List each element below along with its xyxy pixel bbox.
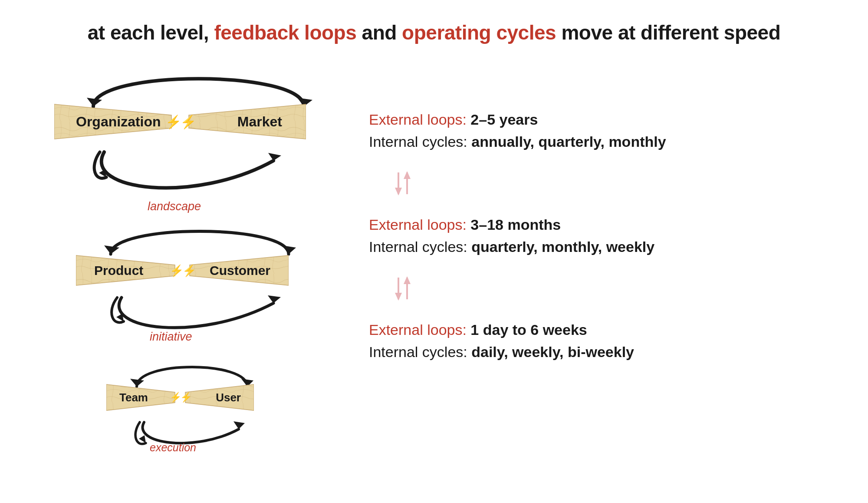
- svg-marker-3: [99, 169, 106, 177]
- info-line-2b: Internal cycles: quarterly, monthly, wee…: [369, 236, 838, 258]
- int-label-3: Internal cycles:: [369, 344, 471, 360]
- svg-marker-26: [395, 293, 402, 301]
- title-highlight1: feedback loops: [214, 21, 356, 44]
- title-suffix: move at different speed: [556, 21, 780, 44]
- lightning-team: ⚡⚡: [170, 392, 191, 403]
- title-middle: and: [356, 21, 402, 44]
- info-line-1a: External loops: 2–5 years: [369, 109, 838, 131]
- info-panel: External loops: 2–5 years Internal cycle…: [369, 61, 838, 363]
- vert-arrow-2: [386, 271, 421, 306]
- ext-label-3: External loops:: [369, 321, 470, 338]
- team-user-bowtie: Team User ⚡⚡: [106, 378, 254, 417]
- svg-marker-22: [395, 188, 402, 195]
- team-label: Team: [119, 391, 148, 404]
- market-label: Market: [237, 114, 282, 130]
- customer-label: Customer: [210, 263, 270, 278]
- arrow-between-2: [386, 271, 838, 306]
- info-line-3b: Internal cycles: daily, weekly, bi-weekl…: [369, 341, 838, 363]
- team-row: Team User ⚡⚡: [106, 378, 254, 417]
- arrow-between-1: [386, 166, 838, 201]
- int-value-2: quarterly, monthly, weekly: [471, 238, 654, 255]
- ext-value-2: 3–18 months: [470, 216, 561, 233]
- ext-label-1: External loops:: [369, 111, 470, 128]
- title-highlight2: operating cycles: [402, 21, 556, 44]
- ext-value-1: 2–5 years: [470, 111, 538, 128]
- lightning-product: ⚡⚡: [170, 264, 195, 277]
- info-line-3a: External loops: 1 day to 6 weeks: [369, 319, 838, 341]
- ext-value-3: 1 day to 6 weeks: [470, 321, 587, 338]
- info-line-1b: Internal cycles: annually, quarterly, mo…: [369, 131, 838, 153]
- ext-label-2: External loops:: [369, 216, 470, 233]
- vert-arrow-1: [386, 166, 421, 201]
- lightning-org: ⚡⚡: [165, 114, 195, 129]
- svg-marker-2: [268, 153, 281, 161]
- org-label: Organization: [76, 114, 161, 130]
- initiative-label: initiative: [150, 330, 192, 344]
- user-label: User: [216, 391, 241, 404]
- svg-marker-7: [116, 314, 124, 321]
- svg-marker-6: [268, 295, 281, 303]
- svg-marker-24: [404, 171, 411, 179]
- svg-marker-28: [404, 276, 411, 284]
- product-customer-bowtie: Product Customer ⚡⚡: [76, 248, 289, 293]
- org-row: Organization Market ⚡⚡: [54, 96, 306, 148]
- execution-label: execution: [150, 441, 196, 454]
- page-title: at each level, feedback loops and operat…: [0, 0, 868, 44]
- info-block-2: External loops: 3–18 months Internal cyc…: [369, 214, 838, 258]
- int-label-1: Internal cycles:: [369, 133, 471, 150]
- product-row: Product Customer ⚡⚡: [76, 248, 289, 293]
- svg-marker-10: [233, 421, 245, 429]
- int-label-2: Internal cycles:: [369, 238, 471, 255]
- org-market-bowtie: Organization Market ⚡⚡: [54, 96, 306, 148]
- product-label: Product: [94, 263, 143, 278]
- int-value-3: daily, weekly, bi-weekly: [471, 344, 634, 360]
- landscape-label: landscape: [148, 200, 201, 213]
- svg-marker-11: [139, 435, 146, 443]
- info-block-1: External loops: 2–5 years Internal cycle…: [369, 109, 838, 153]
- info-line-2a: External loops: 3–18 months: [369, 214, 838, 236]
- diagram-area: Organization Market ⚡⚡ landscape: [26, 56, 356, 486]
- info-block-3: External loops: 1 day to 6 weeks Interna…: [369, 319, 838, 363]
- int-value-1: annually, quarterly, monthly: [471, 133, 666, 150]
- title-prefix: at each level,: [88, 21, 214, 44]
